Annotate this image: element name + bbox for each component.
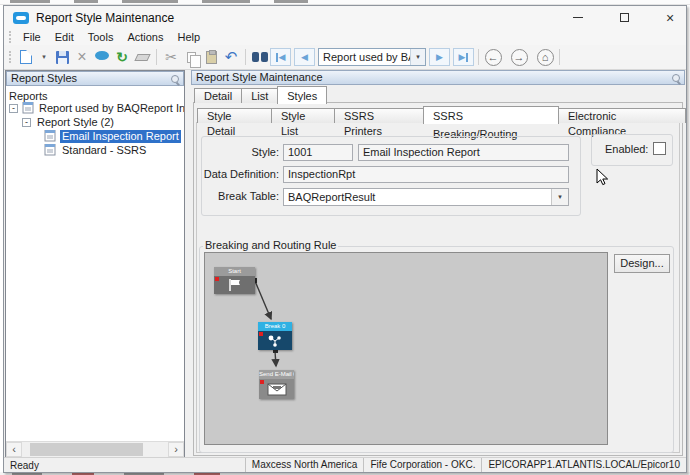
- breakpoint-marker: [260, 380, 264, 384]
- eraser-icon: [134, 54, 150, 61]
- minimize-button[interactable]: [562, 6, 594, 29]
- break-table-label: Break Table:: [199, 188, 279, 205]
- collapse-expander-icon[interactable]: -: [22, 118, 31, 127]
- break-table-dropdown-button[interactable]: ▾: [551, 189, 568, 205]
- copy-button[interactable]: [181, 47, 201, 67]
- form-layer: Style: 1001 Email Inspection Report Data…: [191, 70, 685, 458]
- next-record-button[interactable]: ▶: [429, 48, 450, 66]
- close-icon: ×: [666, 13, 674, 23]
- new-button[interactable]: [16, 47, 36, 67]
- clear-button[interactable]: [132, 47, 152, 67]
- save-floppy-icon: [55, 50, 70, 65]
- report-style-icon: [44, 144, 57, 156]
- save-button[interactable]: [52, 47, 72, 67]
- workflow-node-send-email[interactable]: Send E-Mail 0: [259, 370, 294, 399]
- workflow-node-start[interactable]: Start: [214, 267, 255, 294]
- back-button[interactable]: ←: [483, 47, 503, 67]
- home-button[interactable]: ⌂: [535, 47, 555, 67]
- tree-item-label[interactable]: Standard - SSRS: [62, 144, 146, 157]
- data-definition-label: Data Definition:: [199, 166, 279, 183]
- enabled-checkbox[interactable]: [653, 142, 666, 155]
- menu-grip[interactable]: [9, 31, 12, 43]
- design-button[interactable]: Design...: [614, 254, 670, 273]
- report-style-icon: [44, 130, 57, 142]
- background-text-fragment: [10, 0, 50, 3]
- menu-actions[interactable]: Actions: [120, 29, 170, 45]
- enabled-label: Enabled:: [605, 143, 648, 155]
- report-style-maintenance-window: Report Style Maintenance × File Edit Too…: [3, 5, 687, 473]
- style-number-field[interactable]: 1001: [283, 144, 353, 161]
- undo-button[interactable]: ↶: [221, 47, 241, 67]
- break-table-combo[interactable]: BAQReportResult ▾: [283, 188, 569, 206]
- menu-help[interactable]: Help: [170, 29, 207, 45]
- breaking-routing-canvas[interactable]: Start Break 0: [204, 252, 608, 445]
- previous-arrow-icon: ◀: [301, 52, 308, 62]
- new-dropdown-button[interactable]: ▾: [36, 47, 52, 67]
- combo-arrow-icon: ▾: [416, 53, 420, 60]
- combo-arrow-icon: ▾: [558, 193, 562, 200]
- cut-button[interactable]: ✂: [161, 47, 181, 67]
- collapse-expander-icon[interactable]: -: [9, 104, 18, 113]
- delete-button[interactable]: ×: [72, 47, 92, 67]
- report-styles-panel: Report Styles Reports - Report used by B…: [5, 70, 185, 458]
- refresh-button[interactable]: ↻: [112, 47, 132, 67]
- back-arrow-icon: ←: [485, 49, 502, 66]
- enabled-row: Enabled:: [605, 142, 666, 155]
- search-magnifier-icon[interactable]: [170, 74, 180, 84]
- memo-button[interactable]: [92, 47, 112, 67]
- maximize-button[interactable]: [608, 6, 640, 29]
- forward-arrow-icon: →: [511, 49, 528, 66]
- menu-tools[interactable]: Tools: [81, 29, 121, 45]
- left-panel-title: Report Styles: [11, 72, 77, 84]
- tree-horizontal-scrollbar[interactable]: ‹ ›: [6, 441, 184, 457]
- style-name-field[interactable]: Email Inspection Report: [358, 144, 569, 161]
- dropdown-arrow-icon: ▾: [40, 53, 48, 61]
- forward-button[interactable]: →: [509, 47, 529, 67]
- screen: Report Style Maintenance × File Edit Too…: [0, 0, 690, 475]
- previous-record-button[interactable]: ◀: [294, 48, 315, 66]
- workflow-node-break[interactable]: Break 0: [258, 322, 292, 350]
- mouse-cursor: [595, 168, 613, 188]
- title-bar[interactable]: Report Style Maintenance ×: [4, 6, 686, 29]
- next-arrow-icon: ▶: [436, 52, 443, 62]
- search-button[interactable]: [250, 47, 270, 67]
- background-text-fragment: [274, 0, 308, 3]
- toolbar-grip[interactable]: [9, 51, 12, 63]
- tree-selected-item-label[interactable]: Email Inspection Report: [60, 130, 181, 143]
- status-server: EPICORAPP1.ATLANTIS.LOCAL/Epicor10: [481, 458, 686, 472]
- home-icon: ⌂: [537, 49, 554, 66]
- first-arrow-icon: ◀: [279, 52, 286, 62]
- menu-edit[interactable]: Edit: [48, 29, 81, 45]
- scrollbar-thumb[interactable]: [30, 443, 143, 456]
- new-document-icon: [20, 50, 32, 64]
- combo-dropdown-button[interactable]: ▾: [410, 49, 425, 65]
- refresh-icon: ↻: [116, 50, 128, 64]
- toolbar-separator: [478, 49, 479, 65]
- break-table-value: BAQReportResult: [284, 189, 551, 205]
- status-company: Fife Corporation - OKC.: [363, 458, 481, 472]
- minimize-icon: [573, 17, 583, 18]
- close-button[interactable]: ×: [654, 6, 686, 29]
- scroll-right-button[interactable]: ›: [168, 442, 184, 457]
- data-definition-field[interactable]: InspectionRpt: [283, 166, 569, 183]
- tree-style-group-label[interactable]: Report Style (2): [37, 116, 114, 129]
- status-site: Maxcess North America: [245, 458, 364, 472]
- menu-file[interactable]: File: [16, 29, 48, 45]
- last-bar-icon: [466, 53, 468, 62]
- status-bar: Ready Maxcess North America Fife Corpora…: [4, 457, 686, 472]
- last-arrow-icon: ▶: [459, 52, 466, 62]
- breakpoint-marker: [215, 277, 219, 281]
- background-text-fragment: [74, 0, 98, 3]
- paste-button[interactable]: [201, 47, 221, 67]
- first-record-button[interactable]: ◀: [270, 48, 291, 66]
- copy-pages-icon: [187, 52, 196, 63]
- window-controls: ×: [562, 6, 686, 29]
- tree-report-label[interactable]: Report used by BAQReport Inspecti: [39, 102, 184, 115]
- last-record-button[interactable]: ▶: [453, 48, 474, 66]
- flag-icon: [227, 278, 243, 292]
- toolbar-separator: [245, 49, 246, 65]
- rule-group-label: Breaking and Routing Rule: [203, 239, 338, 251]
- report-styles-tree: Reports - Report used by BAQReport Inspe…: [6, 86, 184, 441]
- scroll-left-button[interactable]: ‹: [6, 442, 22, 457]
- record-selector-combo[interactable]: Report used by BAQReport Inspec ▾: [318, 48, 426, 66]
